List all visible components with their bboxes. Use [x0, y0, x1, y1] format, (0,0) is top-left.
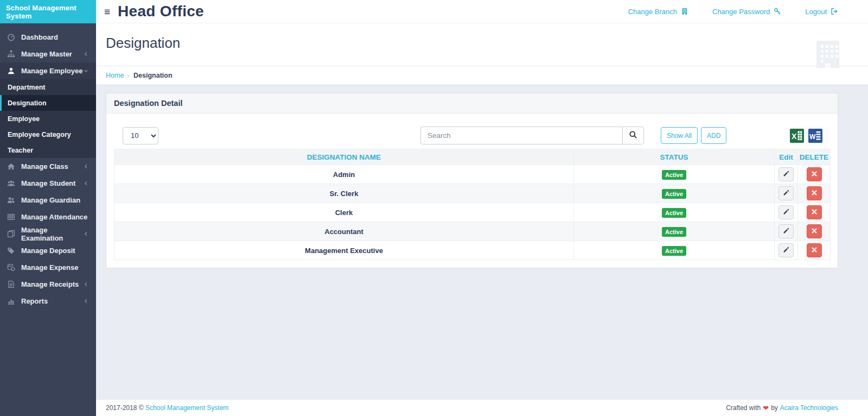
tags-icon — [7, 247, 21, 255]
excel-export-icon[interactable]: X — [790, 129, 804, 143]
search-input[interactable] — [420, 127, 622, 144]
crafted-with-label: Crafted with — [726, 404, 761, 412]
add-button[interactable]: ADD — [701, 127, 726, 144]
pencil-icon — [783, 170, 790, 179]
sidebar-item-manage-class[interactable]: Manage Class — [0, 158, 96, 175]
pencil-icon — [783, 227, 790, 236]
sidebar: School Management System Dashboard Manag… — [0, 0, 96, 416]
x-icon — [811, 228, 818, 236]
column-header-status[interactable]: STATUS — [574, 149, 775, 165]
table-icon — [7, 213, 21, 221]
sidebar-subitem-employee-category[interactable]: Employee Category — [0, 127, 96, 142]
user-icon — [7, 67, 21, 75]
sidebar-item-label: Manage Attendance — [21, 213, 87, 221]
change-branch-link[interactable]: Change Branch — [628, 8, 688, 16]
dashboard-gauge-icon — [7, 33, 21, 41]
edit-button[interactable] — [778, 167, 794, 181]
designation-name: Sr. Clerk — [330, 190, 359, 198]
table-row: Sr. Clerk Active — [114, 184, 831, 203]
column-header-edit: Edit — [775, 149, 798, 165]
sidebar-item-manage-receipts[interactable]: Manage Receipts — [0, 276, 96, 293]
topbar: ≡ Head Office Change Branch Change Passw… — [96, 0, 868, 23]
status-badge: Active — [662, 227, 686, 237]
delete-button[interactable] — [807, 167, 822, 181]
change-password-label: Change Password — [712, 8, 770, 16]
change-branch-label: Change Branch — [628, 8, 677, 16]
designation-name: Management Executive — [305, 247, 383, 255]
pencil-icon — [783, 246, 790, 255]
table-controls: 10 Show All ADD X — [114, 127, 830, 144]
sidebar-item-manage-expense[interactable]: Manage Expense — [0, 259, 96, 276]
edit-button[interactable] — [778, 205, 794, 219]
search-button[interactable] — [622, 127, 644, 144]
breadcrumb-separator: › — [127, 72, 130, 79]
sidebar-item-dashboard[interactable]: Dashboard — [0, 29, 96, 46]
file-text-icon — [7, 280, 21, 288]
sidebar-subitem-teacher[interactable]: Teacher — [0, 142, 96, 158]
sidebar-subitem-department[interactable]: Department — [0, 79, 96, 95]
delete-button[interactable] — [807, 186, 822, 200]
delete-button[interactable] — [807, 243, 822, 257]
footer-brand-link[interactable]: School Management System — [145, 404, 228, 412]
search-icon — [629, 130, 637, 141]
brand-title: School Management System — [6, 4, 90, 20]
sidebar-item-manage-guardian[interactable]: Manage Guardian — [0, 192, 96, 209]
delete-button[interactable] — [807, 224, 822, 238]
edit-button[interactable] — [778, 186, 794, 200]
export-buttons: X W — [790, 129, 822, 143]
delete-button[interactable] — [807, 205, 822, 219]
breadcrumb-home-link[interactable]: Home — [106, 72, 124, 79]
pencil-icon — [783, 189, 790, 198]
panel-title: Designation Detail — [114, 99, 183, 108]
panel-header: Designation Detail — [106, 93, 838, 114]
chevron-down-icon — [83, 68, 89, 74]
designation-name: Clerk — [335, 209, 353, 217]
column-header-designation-name[interactable]: DESIGNATION NAME — [114, 149, 574, 165]
sidebar-item-manage-master[interactable]: Manage Master — [0, 46, 96, 62]
table-row: Accountant Active — [114, 222, 831, 241]
money-icon — [7, 263, 21, 272]
sidebar-item-label: Dashboard — [21, 33, 58, 41]
subitem-label: Employee — [8, 115, 40, 123]
show-all-button[interactable]: Show All — [661, 127, 698, 144]
sidebar-item-manage-employee[interactable]: Manage Employee — [0, 62, 96, 79]
word-export-icon[interactable]: W — [808, 129, 822, 143]
change-password-link[interactable]: Change Password — [712, 8, 781, 16]
chevron-left-icon — [83, 51, 89, 57]
footer-company-link[interactable]: Acaira Technologies — [780, 404, 838, 412]
subitem-label: Department — [8, 84, 45, 91]
table-row: Management Executive Active — [114, 241, 831, 260]
page-size-select[interactable]: 10 — [123, 127, 158, 144]
designation-name: Accountant — [324, 228, 363, 236]
sidebar-item-manage-deposit[interactable]: Manage Deposit — [0, 242, 96, 259]
sidebar-subitem-designation[interactable]: Designation — [0, 95, 96, 111]
chevron-left-icon — [83, 163, 89, 169]
brand-logo[interactable]: School Management System — [0, 0, 96, 23]
user-pair-icon — [7, 196, 21, 204]
logout-link[interactable]: Logout — [805, 8, 838, 16]
x-icon — [811, 171, 818, 179]
home-icon — [7, 162, 21, 171]
x-icon — [811, 209, 818, 217]
page-title: Designation — [106, 35, 868, 52]
sidebar-subitem-employee[interactable]: Employee — [0, 111, 96, 127]
chevron-left-icon — [83, 298, 89, 304]
sidebar-item-manage-attendance[interactable]: Manage Attendance — [0, 209, 96, 225]
logout-label: Logout — [805, 8, 827, 16]
x-icon — [811, 190, 818, 198]
sidebar-item-manage-examination[interactable]: Manage Examination — [0, 225, 96, 242]
edit-button[interactable] — [778, 243, 794, 257]
status-badge: Active — [662, 189, 686, 199]
edit-button[interactable] — [778, 224, 794, 238]
sidebar-item-label: Manage Class — [21, 162, 68, 171]
panel-body: 10 Show All ADD X — [106, 114, 838, 268]
hamburger-menu-icon[interactable]: ≡ — [104, 7, 110, 17]
sidebar-item-reports[interactable]: Reports — [0, 293, 96, 310]
search-group — [420, 127, 644, 144]
sidebar-item-label: Manage Guardian — [21, 196, 80, 204]
chevron-left-icon — [83, 180, 89, 186]
breadcrumb-current: Designation — [133, 72, 173, 79]
sidebar-item-manage-student[interactable]: Manage Student — [0, 175, 96, 192]
subitem-label: Teacher — [8, 147, 33, 154]
sidebar-item-label: Manage Student — [21, 179, 75, 187]
